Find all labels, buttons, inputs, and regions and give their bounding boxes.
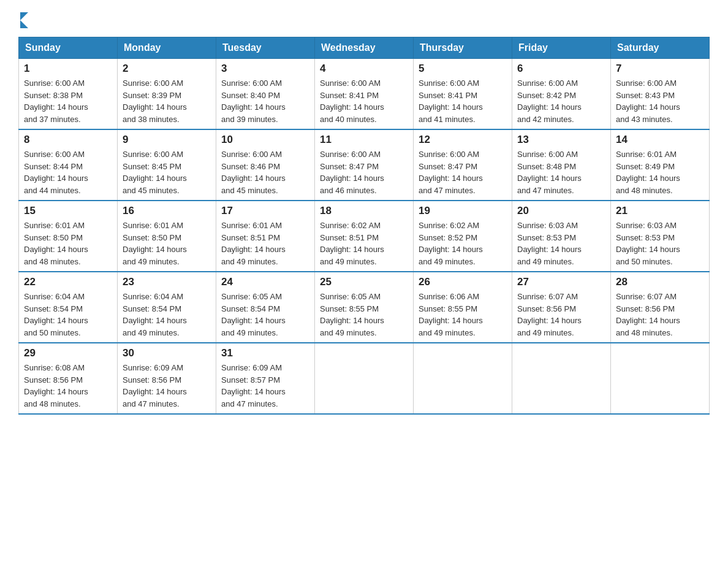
day-info: Sunrise: 6:04 AMSunset: 8:54 PMDaylight:… — [123, 291, 211, 339]
calendar-cell: 17Sunrise: 6:01 AMSunset: 8:51 PMDayligh… — [216, 201, 315, 272]
calendar-cell: 21Sunrise: 6:03 AMSunset: 8:53 PMDayligh… — [611, 201, 710, 272]
calendar-cell: 15Sunrise: 6:01 AMSunset: 8:50 PMDayligh… — [19, 201, 118, 272]
day-number: 14 — [616, 134, 704, 146]
day-number: 16 — [123, 205, 211, 217]
day-number: 9 — [123, 134, 211, 146]
calendar-cell: 14Sunrise: 6:01 AMSunset: 8:49 PMDayligh… — [611, 129, 710, 201]
header-cell-friday: Friday — [512, 37, 611, 59]
day-number: 24 — [221, 276, 309, 288]
day-info: Sunrise: 6:06 AMSunset: 8:55 PMDaylight:… — [419, 291, 507, 339]
day-number: 21 — [616, 205, 704, 217]
calendar-cell: 19Sunrise: 6:02 AMSunset: 8:52 PMDayligh… — [414, 201, 512, 272]
day-number: 28 — [616, 276, 704, 288]
calendar-week-row: 15Sunrise: 6:01 AMSunset: 8:50 PMDayligh… — [19, 201, 710, 272]
day-number: 10 — [221, 134, 309, 146]
calendar-week-row: 8Sunrise: 6:00 AMSunset: 8:44 PMDaylight… — [19, 129, 710, 201]
header-cell-tuesday: Tuesday — [216, 37, 315, 59]
day-info: Sunrise: 6:00 AMSunset: 8:44 PMDaylight:… — [24, 148, 112, 196]
day-info: Sunrise: 6:09 AMSunset: 8:56 PMDaylight:… — [123, 362, 211, 410]
calendar-cell: 24Sunrise: 6:05 AMSunset: 8:54 PMDayligh… — [216, 272, 315, 343]
day-number: 1 — [24, 63, 112, 75]
day-number: 4 — [320, 63, 408, 75]
day-info: Sunrise: 6:09 AMSunset: 8:57 PMDaylight:… — [221, 362, 309, 410]
day-info: Sunrise: 6:01 AMSunset: 8:50 PMDaylight:… — [123, 220, 211, 267]
day-number: 17 — [221, 205, 309, 217]
calendar-cell: 28Sunrise: 6:07 AMSunset: 8:56 PMDayligh… — [611, 272, 710, 343]
day-info: Sunrise: 6:00 AMSunset: 8:42 PMDaylight:… — [517, 77, 605, 125]
day-info: Sunrise: 6:03 AMSunset: 8:53 PMDaylight:… — [616, 220, 704, 267]
calendar-cell: 7Sunrise: 6:00 AMSunset: 8:43 PMDaylight… — [611, 59, 710, 130]
day-number: 6 — [517, 63, 605, 75]
calendar-cell: 1Sunrise: 6:00 AMSunset: 8:38 PMDaylight… — [19, 59, 118, 130]
day-info: Sunrise: 6:00 AMSunset: 8:41 PMDaylight:… — [320, 77, 408, 125]
day-info: Sunrise: 6:07 AMSunset: 8:56 PMDaylight:… — [517, 291, 605, 339]
calendar-cell: 20Sunrise: 6:03 AMSunset: 8:53 PMDayligh… — [512, 201, 611, 272]
day-info: Sunrise: 6:00 AMSunset: 8:46 PMDaylight:… — [221, 148, 309, 196]
calendar-week-row: 22Sunrise: 6:04 AMSunset: 8:54 PMDayligh… — [19, 272, 710, 343]
calendar-cell: 22Sunrise: 6:04 AMSunset: 8:54 PMDayligh… — [19, 272, 118, 343]
calendar-cell: 29Sunrise: 6:08 AMSunset: 8:56 PMDayligh… — [19, 343, 118, 414]
day-info: Sunrise: 6:00 AMSunset: 8:40 PMDaylight:… — [221, 77, 309, 125]
calendar-cell: 3Sunrise: 6:00 AMSunset: 8:40 PMDaylight… — [216, 59, 315, 130]
calendar-cell: 27Sunrise: 6:07 AMSunset: 8:56 PMDayligh… — [512, 272, 611, 343]
day-info: Sunrise: 6:00 AMSunset: 8:47 PMDaylight:… — [320, 148, 408, 196]
day-number: 27 — [517, 276, 605, 288]
calendar-cell: 23Sunrise: 6:04 AMSunset: 8:54 PMDayligh… — [118, 272, 216, 343]
day-info: Sunrise: 6:05 AMSunset: 8:55 PMDaylight:… — [320, 291, 408, 339]
day-number: 25 — [320, 276, 408, 288]
day-number: 20 — [517, 205, 605, 217]
calendar-cell: 16Sunrise: 6:01 AMSunset: 8:50 PMDayligh… — [118, 201, 216, 272]
calendar-cell — [315, 343, 414, 414]
day-number: 30 — [123, 347, 211, 359]
day-number: 11 — [320, 134, 408, 146]
day-number: 22 — [24, 276, 112, 288]
header-cell-monday: Monday — [118, 37, 216, 59]
calendar-cell: 4Sunrise: 6:00 AMSunset: 8:41 PMDaylight… — [315, 59, 414, 130]
day-number: 29 — [24, 347, 112, 359]
header-cell-wednesday: Wednesday — [315, 37, 414, 59]
header-cell-sunday: Sunday — [19, 37, 118, 59]
day-info: Sunrise: 6:00 AMSunset: 8:47 PMDaylight:… — [419, 148, 507, 196]
day-info: Sunrise: 6:00 AMSunset: 8:48 PMDaylight:… — [517, 148, 605, 196]
day-info: Sunrise: 6:02 AMSunset: 8:52 PMDaylight:… — [419, 220, 507, 267]
day-number: 23 — [123, 276, 211, 288]
calendar-week-row: 29Sunrise: 6:08 AMSunset: 8:56 PMDayligh… — [19, 343, 710, 414]
calendar-cell: 25Sunrise: 6:05 AMSunset: 8:55 PMDayligh… — [315, 272, 414, 343]
calendar-cell: 10Sunrise: 6:00 AMSunset: 8:46 PMDayligh… — [216, 129, 315, 201]
day-number: 13 — [517, 134, 605, 146]
day-info: Sunrise: 6:03 AMSunset: 8:53 PMDaylight:… — [517, 220, 605, 267]
calendar-cell: 13Sunrise: 6:00 AMSunset: 8:48 PMDayligh… — [512, 129, 611, 201]
day-number: 26 — [419, 276, 507, 288]
day-number: 31 — [221, 347, 309, 359]
calendar-cell — [512, 343, 611, 414]
day-number: 5 — [419, 63, 507, 75]
calendar-week-row: 1Sunrise: 6:00 AMSunset: 8:38 PMDaylight… — [19, 59, 710, 130]
calendar-cell: 12Sunrise: 6:00 AMSunset: 8:47 PMDayligh… — [414, 129, 512, 201]
calendar-cell — [414, 343, 512, 414]
day-info: Sunrise: 6:01 AMSunset: 8:50 PMDaylight:… — [24, 220, 112, 267]
day-info: Sunrise: 6:00 AMSunset: 8:43 PMDaylight:… — [616, 77, 704, 125]
day-info: Sunrise: 6:01 AMSunset: 8:51 PMDaylight:… — [221, 220, 309, 267]
header-row: SundayMondayTuesdayWednesdayThursdayFrid… — [19, 37, 710, 59]
calendar-body: 1Sunrise: 6:00 AMSunset: 8:38 PMDaylight… — [19, 59, 710, 415]
header-cell-saturday: Saturday — [611, 37, 710, 59]
day-number: 2 — [123, 63, 211, 75]
day-number: 3 — [221, 63, 309, 75]
day-info: Sunrise: 6:07 AMSunset: 8:56 PMDaylight:… — [616, 291, 704, 339]
day-info: Sunrise: 6:00 AMSunset: 8:41 PMDaylight:… — [419, 77, 507, 125]
calendar-cell: 11Sunrise: 6:00 AMSunset: 8:47 PMDayligh… — [315, 129, 414, 201]
calendar-cell: 8Sunrise: 6:00 AMSunset: 8:44 PMDaylight… — [19, 129, 118, 201]
day-info: Sunrise: 6:05 AMSunset: 8:54 PMDaylight:… — [221, 291, 309, 339]
day-info: Sunrise: 6:04 AMSunset: 8:54 PMDaylight:… — [24, 291, 112, 339]
calendar-cell: 2Sunrise: 6:00 AMSunset: 8:39 PMDaylight… — [118, 59, 216, 130]
calendar-cell: 5Sunrise: 6:00 AMSunset: 8:41 PMDaylight… — [414, 59, 512, 130]
day-number: 19 — [419, 205, 507, 217]
header-cell-thursday: Thursday — [414, 37, 512, 59]
calendar-cell — [611, 343, 710, 414]
day-number: 8 — [24, 134, 112, 146]
calendar-table: SundayMondayTuesdayWednesdayThursdayFrid… — [18, 37, 710, 415]
day-info: Sunrise: 6:01 AMSunset: 8:49 PMDaylight:… — [616, 148, 704, 196]
calendar-cell: 6Sunrise: 6:00 AMSunset: 8:42 PMDaylight… — [512, 59, 611, 130]
day-number: 12 — [419, 134, 507, 146]
calendar-cell: 9Sunrise: 6:00 AMSunset: 8:45 PMDaylight… — [118, 129, 216, 201]
